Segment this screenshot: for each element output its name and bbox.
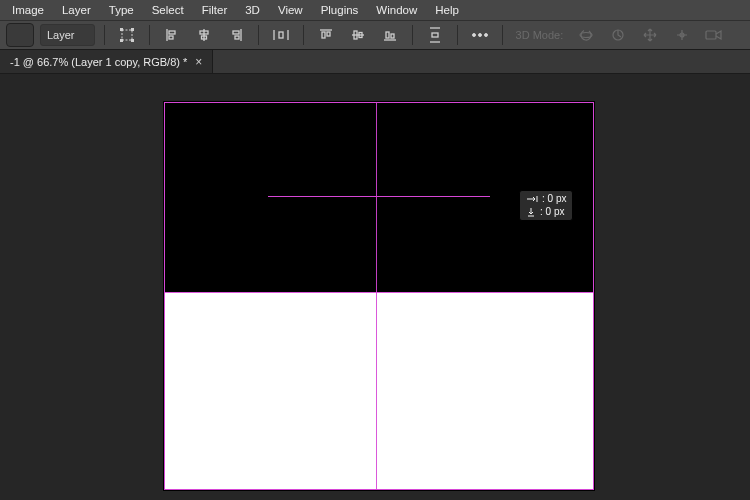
- roll-icon: [610, 27, 626, 43]
- close-icon[interactable]: ×: [195, 55, 202, 69]
- align-vcenter-button[interactable]: [345, 24, 371, 46]
- align-left-button[interactable]: [159, 24, 185, 46]
- ellipsis-icon: [471, 31, 489, 39]
- workspace[interactable]: : 0 px : 0 px: [0, 74, 750, 500]
- svg-rect-0: [122, 30, 132, 40]
- pan3d-button[interactable]: [637, 24, 663, 46]
- document-tab-bar: -1 @ 66.7% (Layer 1 copy, RGB/8) * ×: [0, 50, 750, 74]
- bounding-box-icon: [119, 27, 135, 43]
- svg-rect-2: [131, 29, 133, 31]
- transform-measurement-tooltip: : 0 px : 0 px: [519, 190, 573, 221]
- distribute-h-icon: [272, 27, 290, 43]
- align-left-icon: [164, 27, 180, 43]
- slide3d-button[interactable]: [669, 24, 695, 46]
- align-hcenter-icon: [196, 27, 212, 43]
- separator: [412, 25, 413, 45]
- svg-rect-9: [233, 31, 239, 34]
- slide-icon: [674, 27, 690, 43]
- separator: [149, 25, 150, 45]
- svg-rect-18: [432, 33, 438, 37]
- menu-type[interactable]: Type: [101, 2, 142, 18]
- camera-icon: [705, 28, 723, 42]
- svg-point-21: [484, 34, 487, 37]
- svg-rect-17: [391, 34, 394, 38]
- measure-h-value: : 0 px: [540, 206, 564, 219]
- options-bar: Layer 3D Mode:: [0, 20, 750, 50]
- chevron-down-icon: [80, 31, 88, 39]
- svg-rect-3: [120, 40, 122, 42]
- menu-help[interactable]: Help: [427, 2, 467, 18]
- svg-rect-6: [169, 36, 173, 39]
- align-right-icon: [228, 27, 244, 43]
- more-options-button[interactable]: [467, 24, 493, 46]
- pan-icon: [642, 27, 658, 43]
- width-arrow-icon: [526, 195, 538, 203]
- smart-guide-center-h: [268, 196, 490, 197]
- menu-filter[interactable]: Filter: [194, 2, 236, 18]
- svg-rect-25: [706, 31, 716, 39]
- menu-image[interactable]: Image: [4, 2, 52, 18]
- zoom3d-button[interactable]: [701, 24, 727, 46]
- distribute-h-button[interactable]: [268, 24, 294, 46]
- roll3d-button[interactable]: [605, 24, 631, 46]
- menu-bar: Image Layer Type Select Filter 3D View P…: [0, 0, 750, 20]
- separator: [502, 25, 503, 45]
- auto-select-target-label: Layer: [47, 29, 75, 41]
- orbit-icon: [578, 27, 594, 43]
- align-hcenter-button[interactable]: [191, 24, 217, 46]
- measure-w-value: : 0 px: [542, 193, 566, 206]
- svg-rect-11: [279, 32, 283, 38]
- height-arrow-icon: [526, 207, 536, 217]
- mode3d-label: 3D Mode:: [512, 29, 568, 41]
- auto-select-toggle[interactable]: [6, 23, 34, 47]
- document-tab[interactable]: -1 @ 66.7% (Layer 1 copy, RGB/8) * ×: [0, 50, 213, 73]
- separator: [104, 25, 105, 45]
- menu-select[interactable]: Select: [144, 2, 192, 18]
- svg-rect-16: [386, 32, 389, 38]
- separator: [258, 25, 259, 45]
- separator: [303, 25, 304, 45]
- auto-select-target[interactable]: Layer: [40, 24, 95, 46]
- align-top-icon: [318, 27, 334, 43]
- align-right-button[interactable]: [223, 24, 249, 46]
- separator: [457, 25, 458, 45]
- svg-rect-10: [235, 36, 239, 39]
- distribute-v-button[interactable]: [422, 24, 448, 46]
- canvas[interactable]: : 0 px : 0 px: [164, 102, 594, 490]
- layers-stack-icon: [12, 27, 28, 43]
- menu-layer[interactable]: Layer: [54, 2, 99, 18]
- document-tab-title: -1 @ 66.7% (Layer 1 copy, RGB/8) *: [10, 56, 187, 68]
- align-top-button[interactable]: [313, 24, 339, 46]
- menu-window[interactable]: Window: [368, 2, 425, 18]
- svg-rect-13: [327, 32, 330, 36]
- svg-rect-5: [169, 31, 175, 34]
- menu-view[interactable]: View: [270, 2, 311, 18]
- align-bottom-button[interactable]: [377, 24, 403, 46]
- smart-guide-horizontal: [164, 292, 594, 293]
- orbit3d-button[interactable]: [573, 24, 599, 46]
- align-vcenter-icon: [350, 27, 366, 43]
- svg-rect-12: [322, 32, 325, 38]
- menu-3d[interactable]: 3D: [237, 2, 268, 18]
- svg-rect-4: [131, 40, 133, 42]
- distribute-v-icon: [427, 26, 443, 44]
- svg-rect-1: [120, 29, 122, 31]
- transform-controls-toggle[interactable]: [114, 24, 140, 46]
- svg-point-20: [478, 34, 481, 37]
- svg-point-19: [472, 34, 475, 37]
- smart-guide-vertical: [376, 102, 377, 490]
- menu-plugins[interactable]: Plugins: [313, 2, 367, 18]
- align-bottom-icon: [382, 27, 398, 43]
